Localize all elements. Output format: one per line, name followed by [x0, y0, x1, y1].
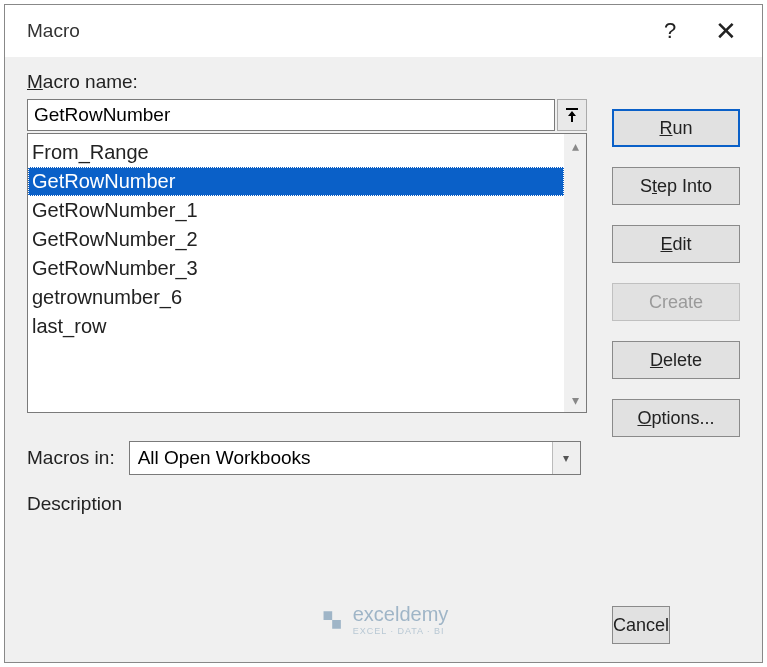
- list-item[interactable]: getrownumber_6: [28, 283, 564, 312]
- scroll-up-icon[interactable]: ▴: [572, 138, 579, 154]
- scrollbar[interactable]: ▴ ▾: [564, 134, 586, 412]
- list-item[interactable]: From_Range: [28, 138, 564, 167]
- svg-rect-0: [566, 108, 578, 110]
- cancel-button[interactable]: Cancel: [612, 606, 670, 644]
- description-label: Description: [27, 493, 740, 515]
- list-item[interactable]: GetRowNumber_1: [28, 196, 564, 225]
- dropdown-value: All Open Workbooks: [130, 447, 319, 469]
- scroll-down-icon[interactable]: ▾: [572, 392, 579, 408]
- list-item[interactable]: GetRowNumber_2: [28, 225, 564, 254]
- macro-name-row: [27, 99, 587, 131]
- help-button[interactable]: ?: [642, 9, 698, 53]
- macro-name-label: Macro name:: [27, 71, 740, 93]
- list-item[interactable]: last_row: [28, 312, 564, 341]
- cancel-wrap: Cancel: [612, 606, 740, 644]
- macros-in-label: Macros in:: [27, 447, 115, 469]
- options-button[interactable]: Options...: [612, 399, 740, 437]
- dialog-title: Macro: [27, 20, 642, 42]
- edit-button[interactable]: Edit: [612, 225, 740, 263]
- create-button: Create: [612, 283, 740, 321]
- macros-in-row: Macros in: All Open Workbooks ▾: [27, 441, 740, 475]
- macro-name-input[interactable]: [27, 99, 555, 131]
- list-item[interactable]: GetRowNumber: [28, 167, 564, 196]
- logo-icon: [319, 607, 345, 633]
- macro-listbox[interactable]: From_RangeGetRowNumberGetRowNumber_1GetR…: [27, 133, 587, 413]
- action-buttons: Run Step Into Edit Create Delete Options…: [612, 109, 740, 437]
- macro-list-items: From_RangeGetRowNumberGetRowNumber_1GetR…: [28, 134, 564, 412]
- macros-in-dropdown[interactable]: All Open Workbooks ▾: [129, 441, 581, 475]
- list-item[interactable]: GetRowNumber_3: [28, 254, 564, 283]
- load-macro-button[interactable]: [557, 99, 587, 131]
- delete-button[interactable]: Delete: [612, 341, 740, 379]
- macro-dialog: Macro ? ✕ Macro name: From_RangeGetRowNu…: [4, 4, 763, 663]
- step-into-button[interactable]: Step Into: [612, 167, 740, 205]
- titlebar: Macro ? ✕: [5, 5, 762, 57]
- close-button[interactable]: ✕: [698, 9, 754, 53]
- watermark: exceldemy EXCEL · DATA · BI: [319, 603, 449, 636]
- upload-icon: [564, 107, 580, 123]
- chevron-down-icon: ▾: [552, 442, 580, 474]
- run-button[interactable]: Run: [612, 109, 740, 147]
